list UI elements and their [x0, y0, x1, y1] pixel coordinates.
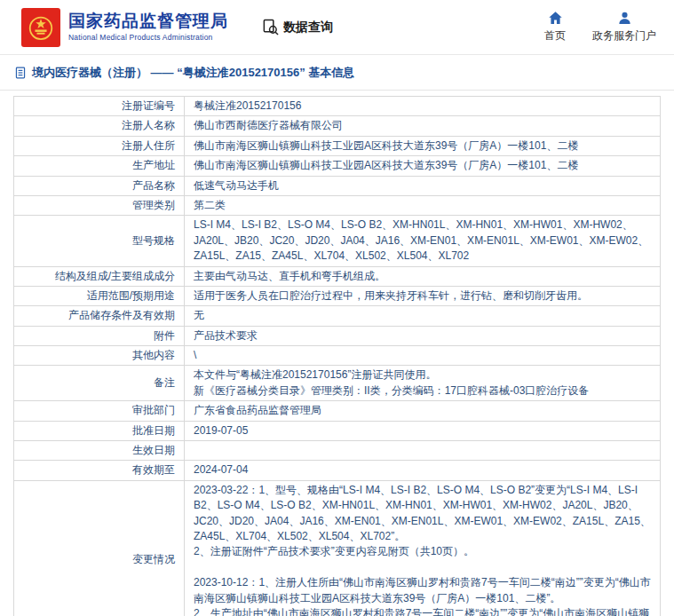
row-label: 附件: [14, 326, 185, 345]
national-emblem-icon: [21, 8, 60, 47]
table-row: 审批部门广东省食品药品监督管理局: [14, 401, 661, 421]
row-value: 低速气动马达手机: [185, 176, 661, 195]
row-value: 2019-07-05: [185, 421, 661, 440]
row-label: 备注: [14, 366, 185, 401]
table-row: 产品名称低速气动马达手机: [14, 176, 661, 195]
table-row: 结构及组成/主要组成成分主要由气动马达、直手机和弯手机组成。: [14, 266, 661, 286]
table-row: 备注本文件与“粤械注准20152170156”注册证共同使用。 新《医疗器械分类…: [14, 366, 661, 401]
row-label: 有效期至: [14, 461, 185, 480]
data-query-label: 数据查询: [283, 20, 333, 36]
row-value: 佛山市南海区狮山镇狮山科技工业园A区科技大道东39号（厂房A）一楼101、二楼: [185, 136, 661, 155]
table-row: 其他内容\: [14, 346, 661, 366]
row-value: 广东省食品药品监督管理局: [185, 401, 661, 421]
row-value: LS-I M4、LS-I B2、LS-O M4、LS-O B2、XM-HN01L…: [185, 216, 661, 266]
table-row: 产品储存条件及有效期无: [14, 306, 661, 326]
table-row: 有效期至2024-07-04: [14, 461, 661, 480]
table-row: 附件产品技术要求: [14, 326, 661, 345]
row-label: 适用范围/预期用途: [14, 286, 185, 305]
row-label: 生产地址: [14, 156, 185, 176]
nav-portal-label: 政务服务门户: [592, 28, 656, 43]
page: 国家药品监督管理局 National Medical Products Admi…: [0, 0, 674, 616]
row-label: 注册人住所: [14, 136, 185, 155]
table-row: 注册人住所佛山市南海区狮山镇狮山科技工业园A区科技大道东39号（厂房A）一楼10…: [14, 136, 661, 155]
row-value: 佛山市西耐德医疗器械有限公司: [185, 116, 661, 136]
table-row: 注册证编号粤械注准20152170156: [14, 97, 661, 116]
row-label: 注册证编号: [14, 97, 185, 116]
table-row: 变更情况2023-03-22：1、型号、规格由“LS-I M4、LS-I B2、…: [14, 480, 661, 616]
row-value: [185, 441, 661, 461]
row-label: 批准日期: [14, 421, 185, 440]
agency-title: 国家药品监督管理局: [68, 12, 228, 31]
row-value: 产品技术要求: [185, 326, 661, 345]
nav-portal[interactable]: 政务服务门户: [592, 11, 656, 43]
table-row: 管理类别第二类: [14, 195, 661, 215]
document-icon: [14, 67, 27, 79]
nav-home-label: 首页: [544, 28, 566, 43]
breadcrumb-text: 境内医疗器械（注册） —— “粤械注准20152170156” 基本信息: [32, 65, 354, 81]
row-label: 注册人名称: [14, 116, 185, 136]
table-row: 批准日期2019-07-05: [14, 421, 661, 440]
row-label: 管理类别: [14, 195, 185, 215]
row-label: 型号规格: [14, 216, 185, 266]
row-value: 2023-03-22：1、型号、规格由“LS-I M4、LS-I B2、LS-O…: [185, 480, 661, 616]
row-value: 佛山市南海区狮山镇狮山科技工业园A区科技大道东39号（厂房A）一楼101、二楼: [185, 156, 661, 176]
breadcrumb: 境内医疗器械（注册） —— “粤械注准20152170156” 基本信息: [0, 55, 674, 91]
person-icon: [617, 11, 632, 26]
row-label: 产品储存条件及有效期: [14, 306, 185, 326]
row-label: 生效日期: [14, 441, 185, 461]
row-value: 适用于医务人员在口腔治疗过程中，用来夹持牙科车针，进行钻、磨和切削牙齿用。: [185, 286, 661, 305]
site-header: 国家药品监督管理局 National Medical Products Admi…: [0, 0, 674, 55]
row-value: 无: [185, 306, 661, 326]
row-label: 其他内容: [14, 346, 185, 366]
row-value: 本文件与“粤械注准20152170156”注册证共同使用。 新《医疗器械分类目录…: [185, 366, 661, 401]
row-value: 主要由气动马达、直手机和弯手机组成。: [185, 266, 661, 286]
row-label: 审批部门: [14, 401, 185, 421]
info-table: 注册证编号粤械注准20152170156注册人名称佛山市西耐德医疗器械有限公司注…: [13, 96, 661, 616]
data-query-button[interactable]: 数据查询: [262, 19, 333, 36]
row-value: 2024-07-04: [185, 461, 661, 480]
nav-home[interactable]: 首页: [544, 11, 566, 43]
row-label: 变更情况: [14, 480, 185, 616]
site-logo[interactable]: 国家药品监督管理局 National Medical Products Admi…: [21, 8, 228, 47]
row-label: 结构及组成/主要组成成分: [14, 266, 185, 286]
table-row: 注册人名称佛山市西耐德医疗器械有限公司: [14, 116, 661, 136]
row-value: \: [185, 346, 661, 366]
search-document-icon: [262, 19, 279, 36]
top-nav: 首页 政务服务门户: [544, 11, 656, 43]
row-value: 粤械注准20152170156: [185, 97, 661, 116]
table-row: 生产地址佛山市南海区狮山镇狮山科技工业园A区科技大道东39号（厂房A）一楼101…: [14, 156, 661, 176]
table-row: 适用范围/预期用途适用于医务人员在口腔治疗过程中，用来夹持牙科车针，进行钻、磨和…: [14, 286, 661, 305]
agency-subtitle: National Medical Products Administration: [68, 34, 228, 43]
table-row: 生效日期: [14, 441, 661, 461]
row-label: 产品名称: [14, 176, 185, 195]
table-row: 型号规格LS-I M4、LS-I B2、LS-O M4、LS-O B2、XM-H…: [14, 216, 661, 266]
content-area: 注册证编号粤械注准20152170156注册人名称佛山市西耐德医疗器械有限公司注…: [0, 91, 674, 616]
home-icon: [548, 11, 563, 26]
info-table-body: 注册证编号粤械注准20152170156注册人名称佛山市西耐德医疗器械有限公司注…: [14, 97, 661, 616]
brand-text: 国家药品监督管理局 National Medical Products Admi…: [68, 12, 228, 43]
row-value: 第二类: [185, 195, 661, 215]
